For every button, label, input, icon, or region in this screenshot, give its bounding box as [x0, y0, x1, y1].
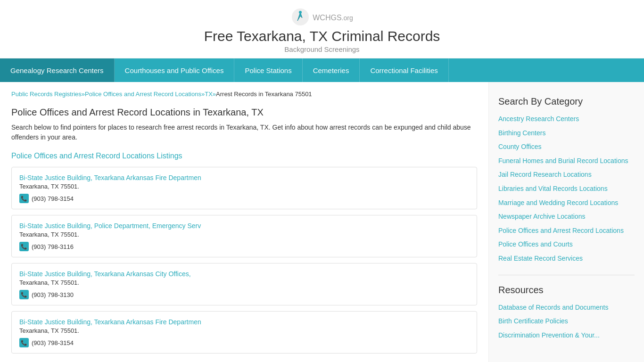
sidebar-resources: Database of Records and DocumentsBirth C… [498, 303, 635, 340]
listings-title: Police Offices and Arrest Record Locatio… [11, 152, 477, 160]
category-section-title: Search By Category [498, 96, 635, 107]
sidebar: Search By Category Ancestry Research Cen… [488, 82, 644, 362]
main-content: Public Records Registries»Police Offices… [0, 82, 488, 362]
sidebar-category-4[interactable]: Jail Record Research Locations [498, 170, 635, 180]
breadcrumb-current: Arrest Records in Texarkana 75501 [216, 90, 312, 98]
listing-name-3[interactable]: Bi-State Justice Building, Texarkana Ark… [19, 318, 201, 326]
breadcrumb-link-0[interactable]: Public Records Registries [11, 90, 82, 98]
listing-phone-text-0: (903) 798-3154 [32, 195, 74, 202]
phone-icon-0: 📞 [19, 194, 29, 203]
sidebar-resource-1[interactable]: Birth Certificate Policies [498, 317, 635, 326]
listing-address-3: Texarkana, TX 75501. [19, 327, 469, 334]
phone-icon-1: 📞 [19, 242, 29, 251]
sidebar-category-0[interactable]: Ancestry Research Centers [498, 115, 635, 124]
main-nav: Genealogy Research CentersCourthouses an… [0, 58, 644, 82]
sidebar-category-7[interactable]: Newspaper Archive Locations [498, 212, 635, 222]
logo-text: WCHGS.org [313, 11, 353, 23]
nav-item-3[interactable]: Cemeteries [303, 58, 360, 82]
sidebar-category-6[interactable]: Marriage and Wedding Record Locations [498, 198, 635, 208]
listing-name-2[interactable]: Bi-State Justice Building, Texarkana Ark… [19, 270, 191, 278]
listing-address-1: Texarkana, TX 75501. [19, 231, 469, 238]
resources-section-title: Resources [498, 285, 635, 296]
listing-phone-text-1: (903) 798-3116 [32, 243, 74, 250]
site-title: Free Texarkana, TX Criminal Records [204, 28, 440, 44]
breadcrumb: Public Records Registries»Police Offices… [11, 90, 477, 98]
listing-card-2: Bi-State Justice Building, Texarkana Ark… [11, 263, 477, 305]
sidebar-categories: Ancestry Research CentersBirthing Center… [498, 115, 635, 263]
listing-card-0: Bi-State Justice Building, Texarkana Ark… [11, 167, 477, 209]
sidebar-category-3[interactable]: Funeral Homes and Burial Record Location… [498, 156, 635, 166]
svg-point-1 [299, 11, 302, 14]
sidebar-category-9[interactable]: Police Offices and Courts [498, 240, 635, 249]
listing-name-0[interactable]: Bi-State Justice Building, Texarkana Ark… [19, 174, 201, 181]
phone-icon-3: 📞 [19, 338, 29, 347]
sidebar-category-2[interactable]: County Offices [498, 142, 635, 152]
listing-card-3: Bi-State Justice Building, Texarkana Ark… [11, 311, 477, 354]
listing-phone-row-3: 📞(903) 798-3154 [19, 338, 469, 347]
listing-phone-row-2: 📞(903) 798-3130 [19, 290, 469, 299]
listings-container: Bi-State Justice Building, Texarkana Ark… [11, 167, 477, 354]
sidebar-category-1[interactable]: Birthing Centers [498, 129, 635, 138]
sidebar-category-5[interactable]: Libraries and Vital Records Locations [498, 184, 635, 194]
nav-item-4[interactable]: Correctional Facilities [360, 58, 448, 82]
breadcrumb-link-2[interactable]: TX [205, 90, 213, 98]
nav-item-1[interactable]: Courthouses and Public Offices [115, 58, 235, 82]
nav-item-2[interactable]: Police Stations [234, 58, 302, 82]
sidebar-category-8[interactable]: Police Offices and Arrest Record Locatio… [498, 226, 635, 236]
sidebar-category-10[interactable]: Real Estate Record Services [498, 254, 635, 263]
listing-address-0: Texarkana, TX 75501. [19, 183, 469, 190]
sidebar-resource-0[interactable]: Database of Records and Documents [498, 303, 635, 313]
page-title: Police Offices and Arrest Record Locatio… [11, 107, 477, 118]
page-description: Search below to find pointers for places… [11, 123, 477, 142]
listing-card-1: Bi-State Justice Building, Police Depart… [11, 215, 477, 257]
sidebar-resource-2[interactable]: Discrimination Prevention & Your... [498, 331, 635, 340]
listing-phone-text-2: (903) 798-3130 [32, 291, 74, 298]
listing-name-1[interactable]: Bi-State Justice Building, Police Depart… [19, 222, 201, 230]
listing-phone-row-1: 📞(903) 798-3116 [19, 242, 469, 251]
listing-address-2: Texarkana, TX 75501. [19, 279, 469, 286]
site-header: WCHGS.org Free Texarkana, TX Criminal Re… [0, 0, 644, 58]
phone-icon-2: 📞 [19, 290, 29, 299]
logo-area[interactable]: WCHGS.org [291, 8, 353, 26]
breadcrumb-link-1[interactable]: Police Offices and Arrest Record Locatio… [85, 90, 201, 98]
listing-phone-row-0: 📞(903) 798-3154 [19, 194, 469, 203]
logo-icon [291, 8, 310, 26]
resources-section: Resources Database of Records and Docume… [498, 275, 635, 340]
content-wrapper: Public Records Registries»Police Offices… [0, 82, 644, 362]
listing-phone-text-3: (903) 798-3154 [32, 339, 74, 346]
nav-item-0[interactable]: Genealogy Research Centers [0, 58, 115, 82]
site-subtitle: Background Screenings [284, 45, 359, 53]
